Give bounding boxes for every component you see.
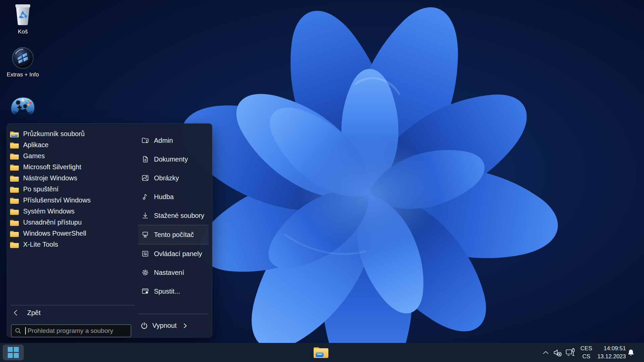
back-chevron-icon bbox=[13, 309, 18, 316]
menu-item-label: Stažené soubory bbox=[154, 212, 204, 220]
menu-item-label: Po spuštění bbox=[23, 185, 59, 193]
windows-start-icon bbox=[8, 347, 19, 358]
menu-item-ovladaci-panely[interactable]: Ovládací panely bbox=[138, 244, 212, 263]
start-menu-folder-list: Průzkumník souborů Aplikace Games bbox=[7, 124, 138, 337]
file-explorer-folder-icon bbox=[10, 130, 19, 138]
menu-item-dokumenty[interactable]: Dokumenty bbox=[138, 150, 212, 169]
folder-icon bbox=[10, 197, 19, 204]
menu-item-label: Tento počítač bbox=[154, 231, 194, 239]
menu-item-file-explorer[interactable]: Průzkumník souborů bbox=[7, 128, 138, 139]
menu-item-nastroje-windows[interactable]: Nástroje Windows bbox=[7, 173, 138, 184]
menu-item-admin[interactable]: Admin bbox=[138, 131, 212, 150]
folder-icon bbox=[10, 186, 19, 193]
search-box[interactable] bbox=[11, 324, 131, 337]
clock-date: 13.12.2023 bbox=[593, 353, 626, 361]
download-icon bbox=[141, 212, 149, 220]
shutdown-label: Vypnout bbox=[152, 322, 177, 329]
menu-item-label: Nástroje Windows bbox=[23, 174, 77, 182]
back-label: Zpět bbox=[27, 309, 41, 317]
desktop-icon-extras-info[interactable]: Extras + Info bbox=[3, 47, 42, 78]
document-icon bbox=[141, 155, 149, 163]
folder-icon bbox=[10, 164, 19, 171]
menu-item-aplikace[interactable]: Aplikace bbox=[7, 139, 138, 150]
menu-item-prislusenstvi-windows[interactable]: Příslušenství Windows bbox=[7, 195, 138, 206]
menu-item-label: Ovládací panely bbox=[154, 250, 202, 258]
computer-icon bbox=[141, 231, 149, 239]
desktop-screen: Koš Extras + Info bbox=[0, 0, 644, 362]
menu-item-label: X-Lite Tools bbox=[23, 241, 58, 248]
user-folder-icon bbox=[141, 136, 149, 144]
recycle-bin-icon bbox=[13, 3, 32, 26]
menu-item-label: Aplikace bbox=[23, 141, 49, 149]
back-button[interactable]: Zpět bbox=[7, 305, 138, 320]
highlighted-section: Tento počítač bbox=[138, 225, 209, 244]
gamepad-icon bbox=[10, 95, 36, 117]
keyboard-layout-indicator[interactable]: CES CS bbox=[578, 343, 595, 362]
menu-item-games[interactable]: Games bbox=[7, 150, 138, 162]
taskbar-file-explorer-button[interactable] bbox=[313, 346, 329, 360]
menu-item-x-lite-tools[interactable]: X-Lite Tools bbox=[7, 239, 138, 250]
start-button[interactable] bbox=[3, 345, 24, 360]
menu-item-label: Dokumenty bbox=[154, 156, 188, 163]
menu-item-label: Windows PowerShell bbox=[23, 230, 86, 237]
folder-icon bbox=[10, 141, 19, 149]
notification-bell-icon[interactable] bbox=[627, 348, 635, 357]
menu-item-label: Spustit... bbox=[154, 288, 180, 295]
keyboard-layout-line2: CS bbox=[578, 353, 595, 361]
menu-item-stazene-soubory[interactable]: Stažené soubory bbox=[138, 206, 212, 225]
menu-item-po-spusteni[interactable]: Po spuštění bbox=[7, 184, 138, 195]
menu-item-nastaveni[interactable]: Nastavení bbox=[138, 263, 212, 282]
clock-time: 14:09:51 bbox=[593, 345, 626, 353]
desktop-icon-gamepad[interactable] bbox=[3, 95, 42, 117]
menu-item-usnadneni-pristupu[interactable]: Usnadnění přístupu bbox=[7, 217, 138, 228]
display-network-icon[interactable] bbox=[566, 348, 575, 357]
control-panel-icon bbox=[141, 250, 149, 258]
volume-muted-icon[interactable] bbox=[553, 348, 562, 357]
menu-item-spustit[interactable]: Spustit... bbox=[138, 282, 212, 301]
settings-gear-icon bbox=[141, 268, 149, 277]
menu-item-label: Games bbox=[23, 152, 45, 160]
music-icon bbox=[141, 193, 149, 201]
start-menu: Průzkumník souborů Aplikace Games bbox=[7, 123, 212, 338]
folder-icon bbox=[10, 219, 19, 226]
menu-item-system-windows[interactable]: Systém Windows bbox=[7, 206, 138, 217]
menu-item-tento-pocitac[interactable]: Tento počítač bbox=[138, 225, 209, 244]
keyboard-layout-line1: CES bbox=[578, 345, 595, 353]
menu-item-obrazky[interactable]: Obrázky bbox=[138, 169, 212, 187]
menu-item-microsoft-silverlight[interactable]: Microsoft Silverlight bbox=[7, 162, 138, 173]
start-menu-left-bottom: Zpět bbox=[7, 305, 138, 337]
folder-icon bbox=[10, 241, 19, 248]
search-icon bbox=[15, 327, 21, 334]
shutdown-button[interactable]: Vypnout bbox=[138, 314, 212, 337]
menu-item-hudba[interactable]: Hudba bbox=[138, 187, 212, 206]
menu-item-label: Microsoft Silverlight bbox=[23, 163, 81, 171]
menu-item-label: Nastavení bbox=[154, 269, 184, 277]
taskbar-folder-icon bbox=[313, 346, 329, 359]
folder-icon bbox=[10, 208, 19, 215]
start-menu-places: Admin Dokumenty bbox=[138, 124, 212, 337]
menu-item-label: Usnadnění přístupu bbox=[23, 219, 82, 226]
menu-item-label: Systém Windows bbox=[23, 207, 74, 215]
menu-item-label: Admin bbox=[154, 137, 173, 144]
menu-item-windows-powershell[interactable]: Windows PowerShell bbox=[7, 228, 138, 239]
folder-icon bbox=[10, 175, 19, 182]
menu-item-label: Obrázky bbox=[154, 174, 179, 182]
folder-icon bbox=[10, 230, 19, 237]
desktop-icon-recycle-bin[interactable]: Koš bbox=[3, 3, 42, 35]
chevron-up-icon[interactable] bbox=[542, 349, 549, 356]
extras-info-orb-icon bbox=[12, 47, 34, 69]
chevron-right-icon bbox=[182, 322, 188, 329]
menu-item-label: Průzkumník souborů bbox=[23, 130, 85, 138]
folder-icon bbox=[10, 153, 19, 160]
menu-item-label: Hudba bbox=[154, 193, 174, 201]
run-icon bbox=[141, 287, 149, 295]
clock[interactable]: 14:09:51 13.12.2023 bbox=[593, 343, 626, 362]
power-icon bbox=[140, 321, 149, 330]
recycle-bin-label: Koš bbox=[18, 28, 28, 35]
pictures-icon bbox=[141, 174, 149, 182]
search-input[interactable] bbox=[26, 327, 127, 335]
extras-info-label: Extras + Info bbox=[7, 71, 39, 78]
taskbar: CES CS 14:09:51 13.12.2023 bbox=[0, 343, 644, 362]
menu-item-label: Příslušenství Windows bbox=[23, 196, 91, 204]
